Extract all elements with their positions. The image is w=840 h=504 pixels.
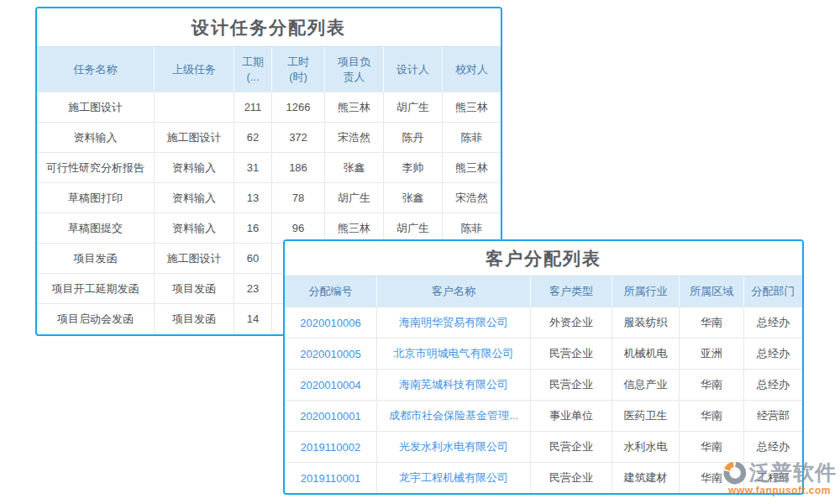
table-row[interactable]: 可行性研究分析报告资料输入31186张鑫李帅熊三林 [37, 152, 501, 182]
cell: 项目发函 [155, 274, 234, 303]
table-row[interactable]: 草稿图打印资料输入1378胡广生张鑫宋浩然 [37, 182, 501, 213]
assignment-id-link[interactable]: 2019110001 [285, 463, 377, 493]
cell: 李帅 [384, 153, 443, 182]
cell: 总经办 [744, 432, 802, 462]
customer-table: 客户分配列表 分配编号客户名称客户类型所属行业所属区域分配部门202001000… [283, 239, 804, 495]
table-row[interactable]: 2020010005北京市明城电气有限公司民营企业机械机电亚洲总经办 [285, 338, 802, 369]
assignment-id-link[interactable]: 2020010005 [285, 339, 377, 369]
cell: 总经办 [744, 339, 802, 369]
table-row[interactable]: 2020010004海南芜城科技有限公司民营企业信息产业华南总经办 [285, 369, 802, 400]
customer-name-link[interactable]: 海南明华贸易有限公司 [377, 307, 531, 338]
cell: 14 [234, 304, 272, 333]
cell: 资料输入 [155, 153, 234, 182]
cell: 可行性研究分析报告 [37, 153, 155, 182]
cell: 外资企业 [531, 307, 612, 338]
table-row[interactable]: 2020010006海南明华贸易有限公司外资企业服装纺织华南总经办 [285, 307, 802, 338]
fanpu-watermark: 泛普软件 www.fanpusoft.com [722, 459, 837, 496]
customer-name-link[interactable]: 海南芜城科技有限公司 [377, 370, 531, 400]
column-header: 工期 (... [234, 47, 272, 92]
table-header-row: 任务名称上级任务工期 (...工时 (时)项目负 责人设计人校对人 [37, 47, 501, 92]
cell: 31 [234, 153, 272, 182]
table-header-row: 分配编号客户名称客户类型所属行业所属区域分配部门 [285, 276, 802, 307]
table-row[interactable]: 2020010001成都市社会保险基金管理...事业单位医药卫生华南经营部 [285, 400, 802, 431]
assignment-id-link[interactable]: 2020010001 [285, 401, 377, 431]
cell: 陈菲 [443, 123, 501, 152]
cell: 熊三林 [443, 92, 501, 122]
column-header: 项目负 责人 [325, 47, 384, 92]
cell: 项目发函 [37, 244, 155, 273]
cell: 资料输入 [155, 213, 234, 243]
cell: 60 [234, 244, 272, 273]
table-row[interactable]: 草稿图提交资料输入1696熊三林胡广生陈菲 [37, 213, 501, 243]
cell: 张鑫 [384, 183, 443, 213]
cell: 78 [272, 183, 325, 213]
cell: 施工图设计 [155, 244, 234, 273]
cell: 项目开工延期发函 [37, 274, 155, 303]
cell: 胡广生 [384, 213, 443, 243]
customer-name-link[interactable]: 北京市明城电气有限公司 [377, 339, 531, 369]
cell: 张鑫 [325, 153, 384, 182]
cell: 资料输入 [155, 183, 234, 213]
table-row[interactable]: 资料输入施工图设计62372宋浩然陈丹陈菲 [37, 122, 501, 152]
column-header: 任务名称 [37, 47, 155, 92]
cell: 胡广生 [384, 92, 443, 122]
page: 设计任务分配列表 任务名称上级任务工期 (...工时 (时)项目负 责人设计人校… [0, 0, 840, 504]
cell: 草稿图提交 [37, 213, 155, 243]
cell: 熊三林 [443, 153, 501, 182]
column-header: 所属行业 [612, 276, 680, 307]
table-row[interactable]: 2019110002光发水利水电有限公司民营企业水利水电华南总经办 [285, 431, 802, 462]
cell: 1266 [272, 92, 325, 122]
cell: 民营企业 [531, 463, 612, 493]
column-header: 校对人 [443, 47, 501, 92]
design-task-table-title: 设计任务分配列表 [37, 8, 501, 47]
cell: 胡广生 [325, 183, 384, 213]
cell: 服装纺织 [612, 307, 680, 338]
cell: 62 [234, 123, 272, 152]
cell: 宋浩然 [443, 183, 501, 213]
cell: 民营企业 [531, 339, 612, 369]
cell: 16 [234, 213, 272, 243]
column-header: 分配部门 [744, 276, 802, 307]
customer-name-link[interactable]: 龙宇工程机械有限公司 [377, 463, 531, 493]
column-header: 客户类型 [531, 276, 612, 307]
cell: 民营企业 [531, 432, 612, 462]
customer-name-link[interactable]: 成都市社会保险基金管理... [377, 401, 531, 431]
column-header: 分配编号 [285, 276, 377, 307]
cell: 项目发函 [155, 304, 234, 333]
cell: 信息产业 [612, 370, 680, 400]
cell: 熊三林 [325, 92, 384, 122]
cell: 华南 [680, 432, 744, 462]
cell: 熊三林 [325, 213, 384, 243]
assignment-id-link[interactable]: 2020010006 [285, 307, 377, 338]
customer-name-link[interactable]: 光发水利水电有限公司 [377, 432, 531, 462]
cell: 建筑建材 [612, 463, 680, 493]
cell: 项目启动会发函 [37, 304, 155, 333]
cell: 事业单位 [531, 401, 612, 431]
cell: 13 [234, 183, 272, 213]
customer-table-title: 客户分配列表 [285, 241, 802, 276]
watermark-url: www.fanpusoft.com [722, 485, 837, 496]
cell: 亚洲 [680, 339, 744, 369]
column-header: 客户名称 [377, 276, 531, 307]
cell: 经营部 [744, 401, 802, 431]
column-header: 所属区域 [680, 276, 744, 307]
table-row[interactable]: 施工图设计2111266熊三林胡广生熊三林 [37, 92, 501, 122]
assignment-id-link[interactable]: 2019110002 [285, 432, 377, 462]
column-header: 设计人 [384, 47, 443, 92]
cell: 民营企业 [531, 370, 612, 400]
cell: 96 [272, 213, 325, 243]
cell: 机械机电 [612, 339, 680, 369]
cell: 372 [272, 123, 325, 152]
cell: 水利水电 [612, 432, 680, 462]
cell: 施工图设计 [37, 92, 155, 122]
assignment-id-link[interactable]: 2020010004 [285, 370, 377, 400]
cell: 陈丹 [384, 123, 443, 152]
cell: 总经办 [744, 307, 802, 338]
cell: 草稿图打印 [37, 183, 155, 213]
watermark-brand: 泛普软件 [749, 459, 837, 486]
cell: 陈菲 [443, 213, 501, 243]
cell: 华南 [680, 307, 744, 338]
cell: 186 [272, 153, 325, 182]
cell: 211 [234, 92, 272, 122]
cell: 总经办 [744, 370, 802, 400]
